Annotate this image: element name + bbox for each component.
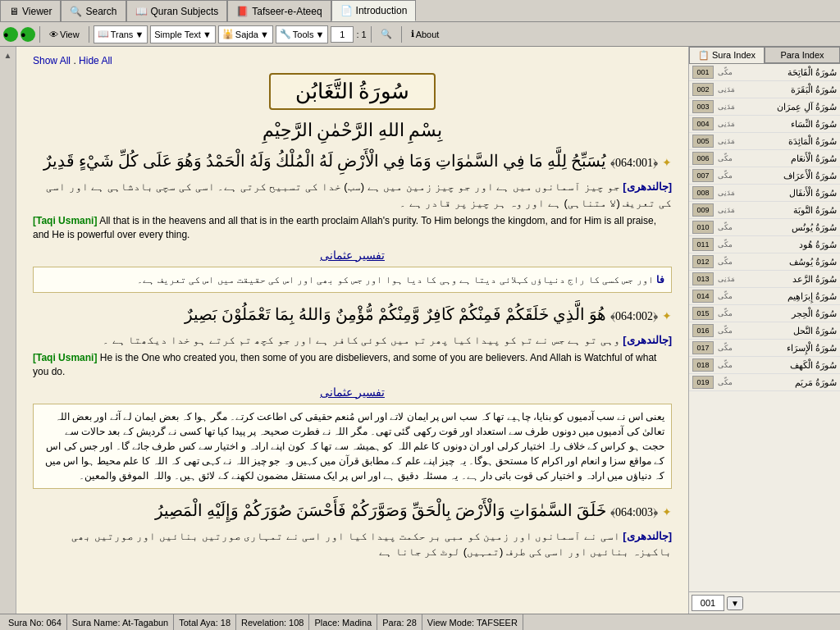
ayah-3-jaldendri: [جالندهری] اسی نے آسمانوں اور زمین کو مب… xyxy=(33,528,672,560)
sep2 xyxy=(89,26,89,43)
para-input[interactable] xyxy=(692,595,724,611)
sep4 xyxy=(401,26,402,43)
sidebar-item[interactable]: سُورَةُ الْإِسرَاء مکّی 017 xyxy=(689,340,840,357)
page-sep: : 1 xyxy=(356,30,366,39)
content-panel: Show All . Hide All سُورَةُ التَّغَابُن … xyxy=(16,47,688,614)
sidebar-item[interactable]: سُورَةُ الْحِجر مکّی 015 xyxy=(689,305,840,322)
sidebar-item[interactable]: سُورَةُ يُونُس مکّی 010 xyxy=(689,219,840,236)
status-sura-no: Sura No: 064 xyxy=(3,614,67,630)
ayah-1-jaldendri: [جالندهری] جو چیز آسمانوں میں ہے اور جو … xyxy=(33,179,672,211)
sajda-dropdown[interactable]: 🕌 Sajda ▼ xyxy=(218,25,273,43)
sidebar-item[interactable]: سُورَةُ يُوسُف مکّی 012 xyxy=(689,253,840,271)
sidebar-item[interactable]: سُورَةُ آلِ عِمرَان مَدَنِی 003 xyxy=(689,98,840,116)
ayah-1-taqi: [Taqi Usmani] All that is in the heavens… xyxy=(33,214,672,242)
tools-chevron: ▼ xyxy=(316,30,325,39)
search-tab-icon: 🔍 xyxy=(70,6,82,17)
view-button[interactable]: 👁 View xyxy=(44,25,84,43)
sura-title-wrapper: سُورَةُ التَّغَابُن xyxy=(33,73,672,120)
simple-text-dropdown[interactable]: Simple Text ▼ xyxy=(150,25,216,43)
ayah-2-text: ✦ ﴿064:002﴾ هُوَ الَّذِي خَلَقَكُمْ فَمِ… xyxy=(33,301,672,327)
status-bar: Sura No: 064 Sura Name: At-Tagabun Total… xyxy=(0,614,840,630)
sidebar-item[interactable]: سُورَةُ الْفَاتِحَة مکّی 001 xyxy=(689,64,840,81)
tab-viewer[interactable]: 🖥 Viewer xyxy=(0,0,61,21)
sidebar-item[interactable]: سُورَةُ النِّسَاء مَدَنِی 004 xyxy=(689,116,840,133)
hide-all-link[interactable]: Hide All xyxy=(79,55,112,66)
sidebar-tabs: 📋 Sura Index Para Index xyxy=(689,47,840,64)
ayah-2-tafseer-box: یعنی اس نے سب آدمیوں کو بنایا، چاہیے تھا… xyxy=(33,404,672,489)
search-toolbar-icon: 🔍 xyxy=(381,29,392,39)
ayah-1-section: ✦ ﴿064:001﴾ يُسَبِّحُ لِلَّهِ مَا فِي ال… xyxy=(33,148,672,293)
view-icon: 👁 xyxy=(49,30,58,39)
tab-quran-subjects[interactable]: 📖 Quran Subjects xyxy=(126,0,228,21)
tab-search[interactable]: 🔍 Search xyxy=(61,0,126,21)
tools-dropdown[interactable]: 🔧 Tools ▼ xyxy=(276,25,329,43)
ayah-1-star: ✦ xyxy=(662,157,672,169)
ayah-2-taqi: [Taqi Usmani] He is the One who created … xyxy=(33,351,672,379)
ayah-3-section: ✦ ﴿064:003﴾ خَلَقَ السَّمٰوَاتِ وَالْأَر… xyxy=(33,497,672,560)
status-total-aya: Total Aya: 18 xyxy=(174,614,236,630)
status-para: Para: 28 xyxy=(377,614,422,630)
sidebar-item[interactable]: سُورَةُ الْأَنعَام مکّی 006 xyxy=(689,150,840,167)
simple-text-chevron: ▼ xyxy=(203,30,212,39)
search-button[interactable]: 🔍 xyxy=(376,25,397,43)
sep1 xyxy=(39,26,40,43)
show-hide-bar: Show All . Hide All xyxy=(33,55,672,66)
para-go-button[interactable]: ▼ xyxy=(727,596,743,610)
status-sura-name: Sura Name: At-Tagabun xyxy=(67,614,174,630)
sidebar-item[interactable]: سُورَةُ هُود مکّی 011 xyxy=(689,236,840,253)
sidebar-bottom: ▼ xyxy=(689,591,840,614)
sep3 xyxy=(371,26,372,43)
viewer-icon: 🖥 xyxy=(9,6,19,17)
ayah-2-jaldendri: [جالندهری] وہی تو ہے جس نے تم کو پیدا کی… xyxy=(33,332,672,349)
about-button[interactable]: ℹ About xyxy=(406,25,445,43)
sidebar-item[interactable]: سُورَةُ الْأَعرَاف مکّی 007 xyxy=(689,167,840,185)
intro-icon: 📄 xyxy=(340,5,353,16)
scroll-up-arrow[interactable]: ▲ xyxy=(4,51,12,60)
sidebar-item[interactable]: سُورَةُ إِبرَاهِيم مکّی 014 xyxy=(689,288,840,305)
quran-icon: 📖 xyxy=(135,6,148,17)
status-view-mode: View Mode: TAFSEER xyxy=(422,614,523,630)
ayah-3-text: ✦ ﴿064:003﴾ خَلَقَ السَّمٰوَاتِ وَالْأَر… xyxy=(33,497,672,523)
sajda-icon: 🕌 xyxy=(222,29,234,39)
forward-button[interactable]: ● xyxy=(21,27,35,42)
main-area: ▲ Show All . Hide All سُورَةُ التَّغَابُ… xyxy=(0,47,840,614)
ayah-1-tafseer-link[interactable]: تفسیر عثمانی xyxy=(33,249,672,262)
tabs-bar: 🖥 Viewer 🔍 Search 📖 Quran Subjects 📕 Taf… xyxy=(0,0,840,22)
sajda-chevron: ▼ xyxy=(260,30,269,39)
trans-chevron: ▼ xyxy=(135,30,144,39)
trans-book-icon: 📖 xyxy=(98,29,109,39)
back-button[interactable]: ● xyxy=(3,27,18,42)
about-icon: ℹ xyxy=(411,29,414,39)
sidebar-tab-para[interactable]: Para Index xyxy=(765,47,840,63)
ayah-1-text: ✦ ﴿064:001﴾ يُسَبِّحُ لِلَّهِ مَا فِي ال… xyxy=(33,148,672,174)
toolbar: ● ● 👁 View 📖 Trans ▼ Simple Text ▼ 🕌 Saj… xyxy=(0,22,840,47)
sidebar-item[interactable]: سُورَةُ الْأَنفَال مَدَنِی 008 xyxy=(689,185,840,202)
page-number-input[interactable] xyxy=(331,26,354,43)
tafseer-icon: 📕 xyxy=(236,6,249,17)
ayah-2-tafseer-link[interactable]: تفسیر عثمانی xyxy=(33,386,672,399)
status-place: Place: Madina xyxy=(309,614,377,630)
sidebar-item[interactable]: سُورَةُ التَّوبَة مَدَنِی 009 xyxy=(689,202,840,219)
sura-title: سُورَةُ التَّغَابُن xyxy=(269,73,436,110)
trans-dropdown[interactable]: 📖 Trans ▼ xyxy=(94,25,148,43)
sura-index-icon: 📋 xyxy=(698,50,710,60)
sidebar-tab-sura[interactable]: 📋 Sura Index xyxy=(689,47,765,63)
sidebar-item[interactable]: سُورَةُ الْكَهف مکّی 018 xyxy=(689,357,840,374)
sidebar-item[interactable]: سُورَةُ الْمَائِدَة مَدَنِی 005 xyxy=(689,133,840,150)
ayah-3-star: ✦ xyxy=(662,506,672,518)
bismillah: بِسْمِ اللهِ الرَّحْمٰنِ الرَّحِيْمِ xyxy=(33,120,672,141)
tab-tafseer-ateeq[interactable]: 📕 Tafseer-e-Ateeq xyxy=(227,0,331,21)
show-all-link[interactable]: Show All xyxy=(33,55,71,66)
status-revelation: Revelation: 108 xyxy=(236,614,309,630)
sidebar-item[interactable]: سُورَةُ مَريَم مکّی 019 xyxy=(689,374,840,391)
tools-icon: 🔧 xyxy=(280,29,291,39)
sidebar-list: سُورَةُ الْفَاتِحَة مکّی 001 سُورَةُ الْ… xyxy=(689,64,840,591)
ayah-1-tafseer-box: فا اور جس کسی کا راج دنیاؤں کہلائی دیتا … xyxy=(33,267,672,293)
left-scroll: ▲ xyxy=(0,47,16,614)
ayah-2-star: ✦ xyxy=(662,310,672,322)
sidebar-item[interactable]: سُورَةُ الرَّعد مَدَنِی 013 xyxy=(689,271,840,288)
tab-introduction[interactable]: 📄 Introduction xyxy=(331,0,417,21)
sidebar-item[interactable]: سُورَةُ الْبَقَرَة مَدَنِی 002 xyxy=(689,81,840,98)
sidebar-item[interactable]: سُورَةُ النَّحل مکّی 016 xyxy=(689,322,840,340)
ayah-2-section: ✦ ﴿064:002﴾ هُوَ الَّذِي خَلَقَكُمْ فَمِ… xyxy=(33,301,672,489)
